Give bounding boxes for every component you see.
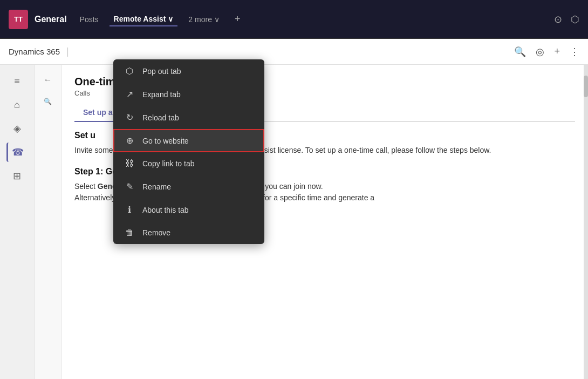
sidebar-item-hamburger[interactable]: ≡	[8, 71, 27, 91]
avatar: TT	[9, 10, 28, 29]
search-inner-icon[interactable]: 🔍	[39, 93, 57, 110]
menu-label-popout: Pop out tab	[142, 67, 181, 76]
context-menu: ⬡ Pop out tab ↗ Expand tab ↻ Reload tab …	[113, 59, 264, 244]
menu-item-remove[interactable]: 🗑 Remove	[113, 221, 264, 244]
sidebar-item-activity[interactable]: ◈	[8, 119, 27, 138]
search-icon[interactable]: 🔍	[514, 46, 526, 58]
tab-posts[interactable]: Posts	[76, 13, 103, 26]
camera-icon[interactable]: ⬡	[571, 13, 579, 25]
left-sidebar: ≡ ⌂ ◈ ☎ ⊞	[0, 65, 35, 379]
sidebar-item-home[interactable]: ⌂	[8, 95, 27, 114]
sidebar-item-analytics[interactable]: ⊞	[8, 166, 27, 186]
remote-assist-chevron: ∨	[168, 15, 173, 23]
tab-more[interactable]: 2 more ∨	[184, 13, 224, 26]
top-bar-right: ⊙ ⬡	[554, 13, 579, 25]
menu-item-expand[interactable]: ↗ Expand tab	[113, 83, 264, 106]
link-icon: ⛓	[124, 159, 135, 168]
menu-item-reload[interactable]: ↻ Reload tab	[113, 106, 264, 129]
step1-text-prefix: Select	[74, 182, 98, 191]
back-button[interactable]: ←	[39, 71, 57, 89]
menu-label-about: About this tab	[142, 206, 189, 214]
tab-more-label: 2 more	[188, 15, 212, 24]
second-bar: Dynamics 365 | 🔍 ◎ + ⋮	[0, 39, 588, 65]
trash-icon: 🗑	[124, 228, 135, 238]
scrollbar-thumb[interactable]	[584, 76, 588, 97]
inner-sidebar: ← 🔍	[35, 65, 61, 379]
menu-item-copy-link[interactable]: ⛓ Copy link to tab	[113, 152, 264, 175]
main-area: ≡ ⌂ ◈ ☎ ⊞ ← 🔍 One-time Calls Set up a Ca…	[0, 65, 588, 379]
info-icon: ℹ	[124, 205, 135, 215]
sidebar-item-calls[interactable]: ☎	[6, 143, 28, 162]
popout-icon: ⬡	[124, 66, 135, 76]
chat-icon[interactable]: ⊙	[554, 13, 562, 25]
globe-icon: ⊕	[124, 136, 135, 146]
refresh-icon[interactable]: ◎	[536, 46, 544, 58]
remote-assist-label: Remote Assist	[114, 15, 166, 23]
tab-more-chevron: ∨	[214, 15, 220, 24]
menu-label-goto: Go to website	[142, 137, 189, 145]
menu-label-reload: Reload tab	[142, 113, 179, 122]
menu-item-popout[interactable]: ⬡ Pop out tab	[113, 59, 264, 83]
channel-name: General	[35, 15, 67, 24]
menu-label-copy-link: Copy link to tab	[142, 159, 195, 168]
scrollbar[interactable]	[584, 65, 588, 379]
reload-icon: ↻	[124, 112, 135, 123]
add-icon[interactable]: +	[554, 46, 560, 57]
menu-label-rename: Rename	[142, 182, 171, 191]
second-bar-title: Dynamics 365	[9, 47, 60, 56]
top-bar: TT General Posts Remote Assist ∨ 2 more …	[0, 0, 588, 39]
tab-remote-assist[interactable]: Remote Assist ∨	[110, 12, 178, 26]
menu-label-expand: Expand tab	[142, 90, 181, 99]
second-bar-actions: 🔍 ◎ + ⋮	[514, 46, 579, 58]
menu-label-remove: Remove	[142, 228, 170, 237]
menu-item-rename[interactable]: ✎ Rename	[113, 175, 264, 198]
expand-icon: ↗	[124, 89, 135, 99]
rename-icon: ✎	[124, 181, 135, 192]
menu-item-about[interactable]: ℹ About this tab	[113, 198, 264, 221]
more-options-icon[interactable]: ⋮	[570, 46, 579, 58]
menu-item-goto[interactable]: ⊕ Go to website	[113, 129, 264, 152]
tab-add-button[interactable]: +	[230, 11, 245, 27]
divider: |	[66, 46, 69, 57]
